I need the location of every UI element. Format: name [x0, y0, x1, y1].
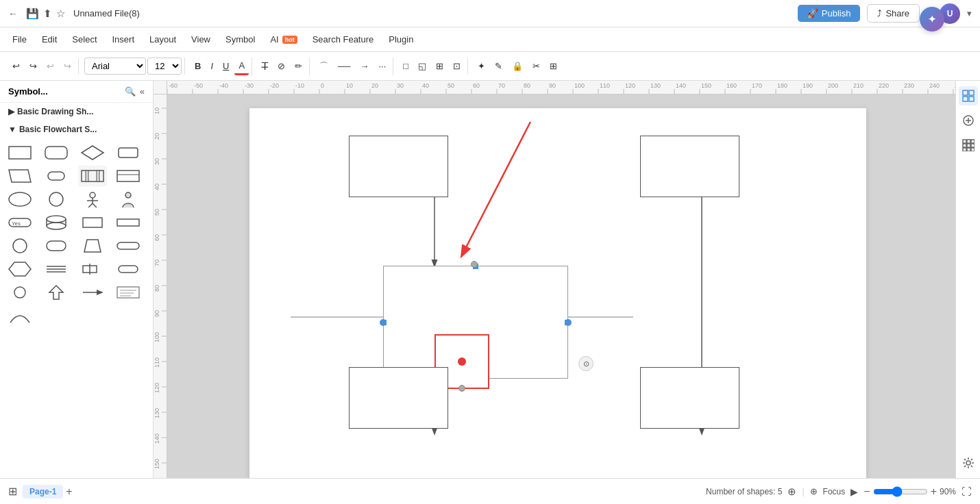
shape-parallelogram[interactable] [5, 166, 34, 186]
canvas-area[interactable]: ⊙ [167, 94, 955, 478]
shape-top-left[interactable] [349, 136, 448, 197]
italic-button[interactable]: I [206, 58, 217, 74]
shape-fill-button[interactable]: □ [399, 58, 413, 74]
select-icon[interactable]: ⊕ [810, 486, 818, 496]
share-button[interactable]: ⤴ Share [867, 4, 920, 23]
menu-select[interactable]: Select [65, 32, 103, 47]
back-icon[interactable]: ← [8, 8, 18, 19]
shape-bottom-right[interactable] [640, 367, 739, 429]
lock-button[interactable]: 🔒 [508, 58, 527, 74]
star-icon[interactable]: ☆ [56, 8, 65, 20]
canvas-page[interactable]: ⊙ [249, 108, 866, 478]
table-button[interactable]: ⊞ [546, 58, 561, 74]
shape-drum[interactable] [42, 212, 71, 233]
menu-layout[interactable]: Layout [143, 32, 183, 47]
fullscreen-icon[interactable]: ⛶ [961, 486, 972, 497]
shape-resize-button[interactable]: ⊡ [449, 58, 465, 74]
shape-small-circle[interactable] [5, 282, 34, 303]
font-color-button[interactable]: A [234, 58, 249, 75]
shape-rect-simple[interactable] [78, 212, 107, 233]
export-icon[interactable]: ⬆ [43, 8, 52, 20]
strikethrough-button[interactable]: T̶ [258, 58, 272, 75]
ai-assistant-circle[interactable]: ✦ [920, 7, 944, 32]
play-icon[interactable]: ▶ [850, 486, 858, 497]
shape-rect-arrow[interactable] [78, 259, 107, 279]
shape-lines[interactable] [42, 259, 71, 279]
underline-button[interactable]: U [219, 58, 233, 74]
right-panel-style-icon[interactable] [959, 86, 978, 105]
account-chevron[interactable]: ▾ [967, 8, 972, 18]
shape-person[interactable] [78, 189, 107, 210]
shape-person2[interactable] [114, 189, 143, 210]
menu-symbol[interactable]: Symbol [219, 32, 262, 47]
shape-bottom-left[interactable] [349, 367, 448, 429]
add-page-button[interactable]: + [66, 486, 72, 498]
shape-hexagon[interactable] [5, 259, 34, 279]
save-icon[interactable]: 💾 [26, 8, 39, 20]
font-size-select[interactable]: 12 [147, 58, 182, 75]
shape-arc[interactable] [5, 305, 34, 326]
shape-text-box[interactable] [114, 282, 143, 303]
layers-icon[interactable]: ⊕ [787, 486, 796, 498]
redo-alt-button[interactable]: ↪ [60, 58, 75, 74]
menu-edit[interactable]: Edit [35, 32, 64, 47]
line-dots-button[interactable]: ··· [375, 58, 391, 74]
menu-insert[interactable]: Insert [106, 32, 142, 47]
shape-process[interactable] [78, 166, 107, 186]
font-family-select[interactable]: Arial [84, 58, 146, 75]
menu-plugin[interactable]: Plugin [382, 32, 420, 47]
sparkle-button[interactable]: ✦ [474, 58, 489, 74]
shape-striped[interactable] [114, 166, 143, 186]
sidebar-collapse-icon[interactable]: « [140, 86, 145, 97]
right-panel-settings-icon[interactable] [959, 453, 978, 473]
zoom-in-button[interactable]: + [931, 486, 937, 498]
shape-crop-button[interactable]: ⊞ [432, 58, 448, 74]
focus-label[interactable]: Focus [823, 487, 846, 496]
zoom-slider[interactable] [873, 486, 928, 497]
shape-top-right[interactable] [640, 136, 739, 197]
redo-button[interactable]: ↪ [25, 58, 41, 74]
bold-button[interactable]: B [191, 58, 205, 74]
connector-button[interactable]: ⌒ [315, 58, 332, 75]
shape-oval[interactable] [114, 259, 143, 279]
menu-file[interactable]: File [5, 32, 34, 47]
highlight-button[interactable]: ✏ [291, 58, 306, 74]
shape-outline-button[interactable]: ◱ [414, 58, 430, 74]
shape-ellipse[interactable] [5, 189, 34, 210]
shape-circle[interactable] [42, 189, 71, 210]
shape-rectangle[interactable] [5, 142, 34, 163]
clear-format-button[interactable]: ⊘ [273, 58, 289, 74]
shape-rounded-rect[interactable] [42, 142, 71, 163]
menu-ai[interactable]: AI hot [263, 32, 304, 47]
publish-button[interactable]: 🚀 Publish [798, 5, 861, 22]
shape-arrow-down[interactable] [42, 282, 71, 303]
shape-wide-rounded[interactable] [114, 236, 143, 256]
right-panel-grid-icon[interactable] [959, 136, 978, 155]
shape-trapezoid[interactable] [78, 236, 107, 256]
menu-search-feature[interactable]: Search Feature [306, 32, 381, 47]
scissors-button[interactable]: ✂ [528, 58, 544, 74]
category-basic-drawing[interactable]: ▶ Basic Drawing Sh... [0, 103, 153, 121]
page-tab-1[interactable]: Page-1 [23, 485, 63, 499]
arrow-style-button[interactable]: → [356, 58, 373, 74]
shape-diamond[interactable] [78, 142, 107, 163]
sidebar-search-icon[interactable]: 🔍 [125, 86, 136, 97]
category-basic-flowchart[interactable]: ▼ Basic Flowchart S... [0, 121, 153, 138]
right-panel-properties-icon[interactable] [959, 111, 978, 130]
undo-button[interactable]: ↩ [8, 58, 24, 74]
edit2-button[interactable]: ✎ [491, 58, 506, 74]
undo-alt-button[interactable]: ↩ [42, 58, 58, 74]
page-layout-icon[interactable]: ⊞ [8, 485, 17, 498]
menu-view[interactable]: View [184, 32, 217, 47]
shape-arrow-line[interactable] [78, 282, 107, 303]
shape-stadium[interactable] [42, 166, 71, 186]
shape-rounded-rect2[interactable] [114, 142, 143, 163]
shape-yes-no[interactable]: Yes [5, 212, 34, 233]
zoom-out-button[interactable]: − [863, 486, 870, 498]
shape-circle2[interactable] [5, 236, 34, 256]
line-style-button[interactable]: ── [334, 58, 354, 74]
shape-wide-rect[interactable] [114, 212, 143, 233]
context-menu-icon[interactable]: ⊙ [578, 356, 593, 371]
shape-rounded2[interactable] [42, 236, 71, 256]
svg-rect-25 [83, 218, 102, 227]
